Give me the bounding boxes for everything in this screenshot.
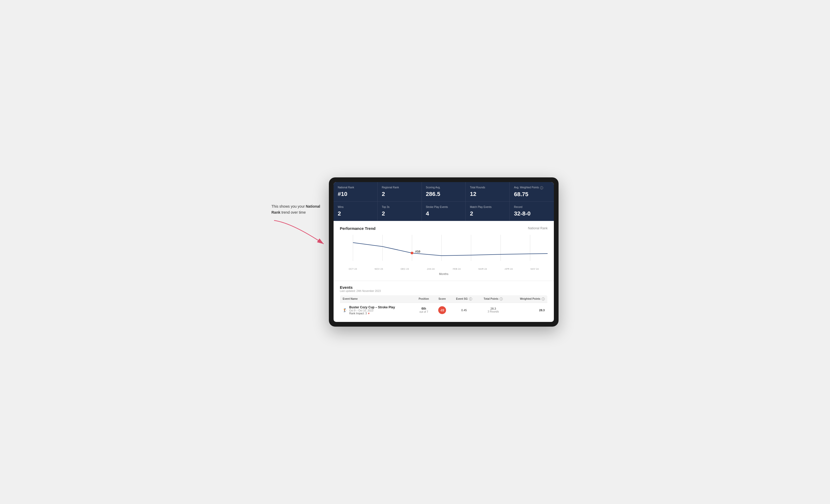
events-section: Events Last updated: 24th November 2023 … bbox=[333, 281, 554, 322]
chart-x-label-may24: MAY 24 bbox=[522, 268, 548, 270]
event-name: Buster Cozy Cup – Stroke Play bbox=[349, 305, 395, 309]
svg-text:#10: #10 bbox=[415, 250, 420, 253]
stat-top3s: Top 3s 2 bbox=[378, 202, 422, 221]
chart-x-label-dec23: DEC 23 bbox=[392, 268, 418, 270]
stat-total-rounds-label: Total Rounds bbox=[470, 186, 505, 189]
col-event-name: Event Name bbox=[340, 295, 414, 303]
rank-direction: ▼ bbox=[368, 312, 370, 315]
stat-record-value: 32-8-0 bbox=[514, 210, 550, 217]
stat-wins: Wins 2 bbox=[333, 202, 378, 221]
rank-impact: Rank Impact: 3 ▼ bbox=[349, 312, 395, 315]
annotation-panel: This shows you your National Rank trend … bbox=[272, 177, 329, 257]
col-score: Score bbox=[434, 295, 450, 303]
stat-national-rank-label: National Rank bbox=[338, 186, 373, 189]
event-position: 6th bbox=[417, 307, 431, 310]
event-sg-value: 0.45 bbox=[461, 309, 467, 312]
tablet-screen: National Rank #10 Regional Rank 2 Scorin… bbox=[333, 182, 554, 322]
event-sg-cell: 0.45 bbox=[450, 303, 478, 317]
stat-record-label: Record bbox=[514, 205, 550, 209]
chart-x-label-jan24: JAN 24 bbox=[418, 268, 444, 270]
stat-record: Record 32-8-0 bbox=[510, 202, 554, 221]
events-table: Event Name Position Score Event SG i Tot… bbox=[340, 295, 548, 318]
stat-stroke-play-value: 4 bbox=[426, 210, 461, 217]
chart-subtitle: National Rank bbox=[528, 227, 548, 230]
stat-avg-weighted-points: Avg. Weighted Points i 68.75 bbox=[510, 182, 554, 201]
performance-trend-chart: #10 bbox=[340, 235, 548, 266]
stats-row-2: Wins 2 Top 3s 2 Stroke Play Events 4 Mat… bbox=[333, 202, 554, 221]
stat-top3s-value: 2 bbox=[382, 210, 417, 217]
event-name-cell: 🏌 Buster Cozy Cup – Stroke Play Oct 9 – … bbox=[340, 303, 414, 317]
chart-header: Performance Trend National Rank bbox=[340, 226, 548, 231]
info-icon-weighted-points: i bbox=[542, 297, 545, 301]
svg-point-8 bbox=[411, 252, 413, 254]
stat-stroke-play-events: Stroke Play Events 4 bbox=[422, 202, 466, 221]
col-position: Position bbox=[414, 295, 434, 303]
stat-national-rank: National Rank #10 bbox=[333, 182, 378, 201]
stats-row-1: National Rank #10 Regional Rank 2 Scorin… bbox=[333, 182, 554, 201]
chart-x-label-apr24: APR 24 bbox=[496, 268, 522, 270]
stat-regional-rank: Regional Rank 2 bbox=[378, 182, 422, 201]
table-row: 🏌 Buster Cozy Cup – Stroke Play Oct 9 – … bbox=[340, 303, 548, 317]
stat-avg-weighted-value: 68.75 bbox=[514, 191, 550, 198]
events-last-updated: Last updated: 24th November 2023 bbox=[340, 290, 548, 293]
weighted-points-cell: 28.3 bbox=[509, 303, 548, 317]
col-event-sg: Event SG i bbox=[450, 295, 478, 303]
col-total-points: Total Points i bbox=[478, 295, 509, 303]
stat-top3s-label: Top 3s bbox=[382, 205, 417, 209]
tablet-device: National Rank #10 Regional Rank 2 Scorin… bbox=[329, 177, 558, 327]
info-icon-total-points: i bbox=[500, 297, 503, 301]
stat-stroke-play-label: Stroke Play Events bbox=[426, 205, 461, 209]
chart-x-axis-title: Months bbox=[340, 272, 548, 275]
weighted-points-value: 28.3 bbox=[539, 309, 545, 312]
events-table-header-row: Event Name Position Score Event SG i Tot… bbox=[340, 295, 548, 303]
stat-regional-rank-value: 2 bbox=[382, 191, 417, 198]
stat-scoring-avg-value: 286.5 bbox=[426, 191, 461, 198]
stat-regional-rank-label: Regional Rank bbox=[382, 186, 417, 189]
total-points-cell: 28.3 3 Rounds bbox=[478, 303, 509, 317]
stat-national-rank-value: #10 bbox=[338, 191, 373, 198]
stat-wins-label: Wins bbox=[338, 205, 373, 209]
chart-x-label-oct23: OCT 23 bbox=[340, 268, 366, 270]
chart-x-label-nov23: NOV 23 bbox=[366, 268, 392, 270]
annotation-rest: trend over time bbox=[281, 210, 306, 214]
col-weighted-points: Weighted Points i bbox=[509, 295, 548, 303]
info-icon-event-sg: i bbox=[469, 297, 472, 301]
stat-scoring-avg: Scoring Avg. 286.5 bbox=[422, 182, 466, 201]
chart-area: #10 bbox=[340, 235, 548, 266]
stat-scoring-avg-label: Scoring Avg. bbox=[426, 186, 461, 189]
total-points-value: 28.3 bbox=[480, 307, 506, 310]
total-rounds: 3 Rounds bbox=[480, 310, 506, 313]
stat-total-rounds: Total Rounds 12 bbox=[466, 182, 510, 201]
stat-total-rounds-value: 12 bbox=[470, 191, 505, 198]
stat-match-play-events: Match Play Events 2 bbox=[466, 202, 510, 221]
event-position-sub: out of 7 bbox=[417, 310, 431, 313]
event-position-cell: 6th out of 7 bbox=[414, 303, 434, 317]
chart-section: Performance Trend National Rank bbox=[333, 221, 554, 281]
chart-x-labels: OCT 23 NOV 23 DEC 23 JAN 24 FEB 24 MAR 2… bbox=[340, 266, 548, 271]
stat-wins-value: 2 bbox=[338, 210, 373, 217]
stat-avg-weighted-label: Avg. Weighted Points i bbox=[514, 186, 550, 189]
stat-match-play-label: Match Play Events bbox=[470, 205, 505, 209]
event-score-cell: -22 bbox=[434, 303, 450, 317]
events-title: Events bbox=[340, 285, 548, 290]
stat-match-play-value: 2 bbox=[470, 210, 505, 217]
events-header: Events Last updated: 24th November 2023 bbox=[340, 285, 548, 293]
score-badge: -22 bbox=[438, 306, 446, 314]
annotation-arrow bbox=[272, 218, 329, 257]
annotation-text: This shows you your National Rank trend … bbox=[272, 203, 329, 215]
chart-x-label-feb24: FEB 24 bbox=[444, 268, 470, 270]
event-date: Oct 9 – Oct 10, 2023 bbox=[349, 309, 395, 312]
chart-x-label-mar24: MAR 24 bbox=[470, 268, 496, 270]
info-icon-avg-weighted: i bbox=[540, 186, 543, 190]
chart-title: Performance Trend bbox=[340, 226, 376, 231]
event-icon: 🏌 bbox=[343, 308, 347, 312]
